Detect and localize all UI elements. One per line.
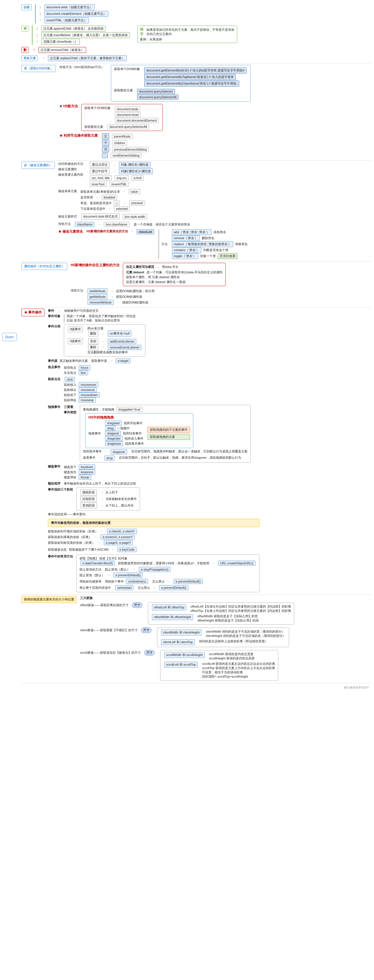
method-documentelement: document.documentElement [115,118,159,123]
modify-access-items: 通过点语法 → 对象.属性名=属性值 通过中括号 → 对象['属性名']=属性值 [89,162,153,187]
keyboard-info-row: 获取键盘信息 获取键盘按下了哪个ASCII码 → e.keyCode [48,547,259,552]
drop-row: 放置事件 → drop 在目标范围内，且松手，默认以触发，拖拽，要求先用drag… [83,455,247,461]
client-widthheight: clientWidth 和 clientHeight clientWidth 得… [160,630,286,638]
event-operation-section: ★ 事件操作 事件 → 就能被用户与页面的交互 事件对象 我是一个对象，里面包含… [21,309,371,592]
scroll-widthheight: scrollWidth 和 scrollHeight scrollWidth 获… [163,652,275,660]
add-method-1: 父元素.appendChild（标签名） 从后面添加 [42,25,105,32]
modify-access-label-col: 访问和修改的方法 修改元素属性 修改普通元素内容 [58,162,83,177]
method-getbyclassname: document.getElementsByClassName('类名') //… [144,81,239,87]
attr-h5-box: 自定义属性写法规范 → 用data-开头 元素.dataset 是一个对象，可以… [123,263,226,286]
event-coords-section: 获取鼠标到可视区域的坐标（距离） → e.clientX, e.clientY … [48,529,259,545]
event-target-note: 事件对象使用的坐标，都是保持的鼠标位置 [51,521,110,525]
event-object-row: 事件对象 我是一个对象，里面包含了事件触发时的一些信息 比如 是否开了A键、鼠标… [48,314,259,323]
replace-item: └ 父元素.replaceChild（新的子元素，被替换的子元素） [42,55,128,61]
modify-classname-h5-content: H5新增的操作元素类名的方法 → classList 方法 add（'类名','… [86,229,248,259]
event-common-methods-label: 事件中的常用方法 [48,554,73,558]
replace-section: 替换元素 └ 父元素.replaceChild（新的子元素，被替换的子元素） [21,55,371,61]
drag-events-outer-label: 拖拽事件 [48,405,61,409]
modify-classname-h5-section: ★ 修改元素类名 H5新增的操作元素类名的方法 → classList 方法 [58,229,248,259]
offset-label: offset家族——获取距离自身的尺寸 [80,603,129,607]
create-item-3: └ innerHTML（创建元素节点） [38,18,109,23]
attr-h5-label: H5新增的操作自定义属性的方法 [71,263,120,267]
node-next-sibling: nextElementSibling [101,153,150,158]
replace-label: 替换元素 [21,55,38,61]
query-multiple2-methods: document.querySelectorAll [107,125,150,129]
offset-widthheight: offsetWidth 和 offsetHeight offsetWidth 获… [151,614,291,623]
event-object-content: 我是一个对象，里面包含了事件触发时的一些信息 比如 是否开了A键、鼠标点击的位置… [64,314,136,323]
event-delegation-label: 事件流的应用——事件委托 [48,512,86,517]
query-content: 传值方法（dom提供的api方法） 获取单个DOM对象 document.get… [59,65,251,158]
classlist-prop: classList [137,229,154,234]
event-flow-row: 顺应程序 事件触发时会经历从上到下，再从下到上的流过过程 [48,482,259,486]
mouse-events-items: click 鼠标移入 mouseover 鼠标移出 mouseout [64,377,100,402]
offset-props-box: offsetLeft 和 offsetTop offsetLeft【自身左外边框… [148,603,294,625]
method-body: document.body [115,107,140,111]
method-queryselector: document.querySelector [137,89,175,94]
query-multiple2: 获取数组元素 document.querySelectorAll [85,125,160,129]
node-prev-sibling: 兄 previousElementSibling [101,146,150,152]
modify-style-items: document.style.样式名式 box.style.width [80,213,148,220]
scroll-lefttop: scrollLeft 和 scrollTop scrollLeft 获得的是元素… [163,662,275,679]
focus-events-row: 焦点事件 获得焦点 focus 失去焦点 blur [48,365,259,375]
create-section: 创建 ├ document.write（创建元素节点） ├ document.c… [21,4,371,23]
method-getbyid: document.getElementById('id') // 传入的id是字… [144,67,246,73]
client-label: client家族——获取图案【可视区】的尺寸 [80,628,138,632]
offset-lefttop: offsetLeft 和 offsetTop offsetLeft【自身左外边框… [151,605,291,613]
query-h5-box: 获取单个DOM对象 document.body document.head [81,104,163,131]
modify-label: 改（修改元素属性） [21,162,55,169]
modify-access: 访问和修改的方法 修改元素属性 修改普通元素内容 通过点语法 → 对象.属性名=… [58,162,248,187]
replace-method: 父元素.replaceChild（新的子元素，被替换的子元素） [48,55,126,61]
focus-events-label: 焦点事件 [48,365,61,369]
create-item-1: ├ document.write（创建元素节点） [38,4,109,10]
delete-label: 删 [21,47,29,53]
event-phases-row: 事件流的三个阶段 捕获阶段 → 从上到下 目标阶段 → 当前被触发发生的事件 [48,487,259,511]
modify-classname-h5-label: ★ 修改元素类名 [58,229,83,234]
event-phases-box: 捕获阶段 → 从上到下 目标阶段 → 当前被触发发生的事件 冒泡阶段 [77,487,140,511]
event-common-methods-box: 获取【拖拽】 或者【文件】的对象 e.dataTransfer.files(0)… [77,554,259,592]
client-badge: 尺寸 [141,627,151,633]
query-single: 获取单个DOM对象 document.getElementById('id') … [114,67,248,87]
node-parent: 父 parentNode [101,133,150,139]
create-method-1: document.write（创建元素节点） [45,4,95,10]
client-family-section: client家族——获取图案【可视区】的尺寸 尺寸 clientWidth 和 … [80,627,294,647]
add-note-2: 案例：水果选择 [140,37,235,41]
classlist-methods: 方法 add（'类名','类名','类名'） 添加类名 remove（'类名 [158,229,248,259]
attr-operation-section: 属性操作（针对自定义属性） H5新增的操作自定义属性的方法 自定义属性写法规范 … [21,263,371,305]
method-queryselectorall: document.querySelectorAll [137,94,179,100]
scroll-label: scroll家族——获取滚动后【被卷去】的尺寸 [80,651,141,655]
event-source-label: 事件源 [48,359,57,363]
query-node-items: 父 parentNode 子 children 兄 previousElemen… [101,133,150,158]
modify-style-section: 修改元素样式 document.style.样式名式 box.style.wid… [58,213,248,220]
scroll-badge: 尺寸 [144,650,155,655]
query-single-methods: document.getElementById('id') // 传入的id是字… [143,67,247,87]
classlist-label: H5新增的操作元素类名的方法 [86,229,128,234]
add-item-3: └ 克隆元素 cloneNode（） [35,39,131,45]
main-container: Dom 创建 ├ document.write（创建元素节点） ├ docume… [0,0,374,694]
modify-classname-row: className → box.className 是一个存储值，保存这个元素所… [74,222,190,227]
offset-badge: 尺寸 [132,603,142,608]
modify-content-items: innerText innerHTML [89,181,153,187]
prevent-default-row: 阻止冒泡（默认） → e.preventDefault() [80,573,256,578]
drag-event-list-section: HS中的拖拽拖拽 拖拽事件 dragstart 指挥开始事件 [83,413,247,448]
query-label: 查（获取DOM对象） [21,65,56,72]
node-children: 子 children [101,140,150,146]
scroll-props-box: scrollWidth 和 scrollHeight scrollWidth 获… [160,650,278,681]
attr-traditional-section: 传统方法 setAttribute → 设置DOM的属性值，部分用 getAtt… [71,288,226,305]
query-single2-methods: document.body document.head document.doc… [114,106,160,123]
method-queryselectorall2: document.querySelectorAll [107,124,149,129]
drag-event-list: HS中的拖拽拖拽 拖拽事件 dragstart 指挥开始事件 [85,413,193,448]
mouse-events-label: 鼠标点击 [48,377,61,381]
context-menu-row: 用鼠标右键菜单 用鼠标个事件 contextmenu 怎么禁止 → e.prev… [80,579,256,584]
event-types-row: 事件分类 0级事件 用on来注册 删除 [48,324,259,356]
query-multiple-methods: document.querySelector document.querySel… [136,88,179,100]
create-method-3: innerHTML（创建元素节点） [45,18,89,23]
three-families-label: 三大家族 [80,596,294,600]
query-h5-section: 传值方法（dom提供的api方法） 获取单个DOM对象 document.get… [59,65,251,102]
drag-events-content: 三要素 事件类型 要拖拽属性，才能拖拽 draggable='true' [64,405,250,463]
stop-propagation-row: 阻止冒泡的方法 阻止冒泡（默认） → e.stopPropagation() [80,567,256,572]
drag-events-box: 要拖拽属性，才能拖拽 draggable='true' HS中的拖拽拖拽 [80,405,250,463]
event-operation-label: ★ 事件操作 [21,309,45,316]
keyboard-events-label: 键盘事件 [48,465,61,469]
classlist-row: H5新增的操作元素类名的方法 → classList 方法 add（'类名','… [86,229,248,259]
add-label: 增 [21,25,29,32]
